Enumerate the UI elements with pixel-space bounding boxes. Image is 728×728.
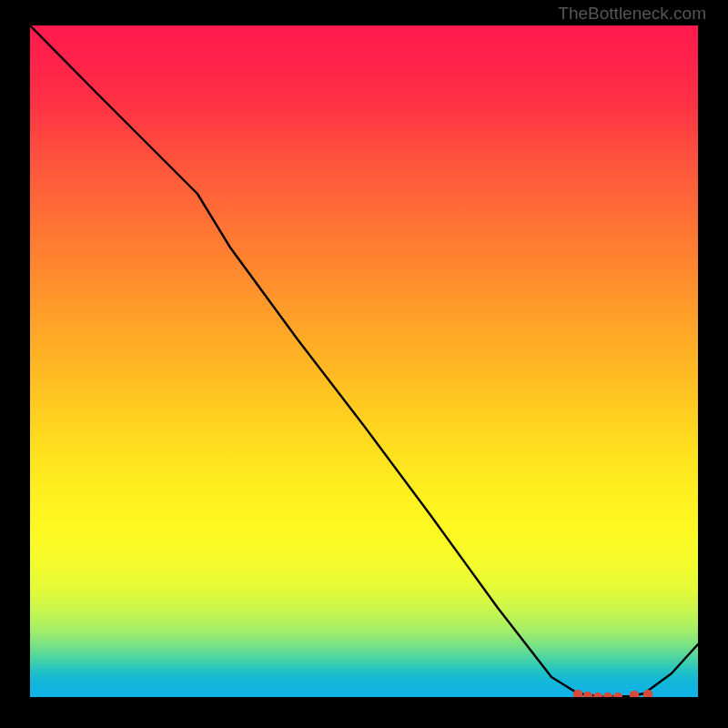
annotation-dot (643, 690, 652, 697)
annotation-dot (583, 692, 592, 697)
annotation-dot (603, 693, 612, 697)
attribution-text: TheBottleneck.com (558, 4, 706, 24)
annotation-dot (630, 691, 639, 697)
chart-svg (30, 25, 698, 697)
annotation-dot (613, 693, 622, 697)
annotation-dot (593, 693, 602, 697)
chart-container: TheBottleneck.com (0, 0, 728, 728)
data-line (30, 25, 698, 697)
